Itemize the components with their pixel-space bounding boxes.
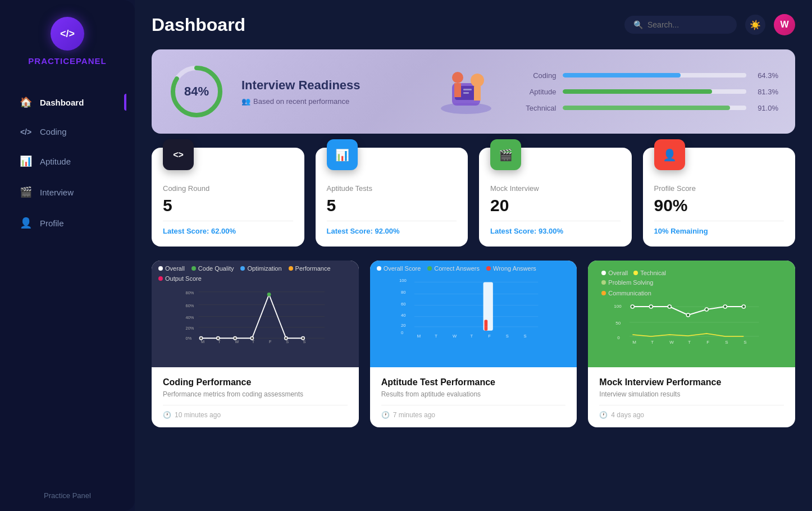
svg-point-70 [668, 305, 672, 308]
svg-text:T: T [688, 340, 691, 345]
aptitude-icon-box: 📊 [327, 139, 358, 170]
profile-icon-box: 👤 [654, 139, 685, 170]
sidebar-item-coding[interactable]: </> Coding [8, 119, 126, 144]
svg-text:100: 100 [399, 278, 407, 283]
aptitude-chart-title: Aptitude Test Performance [381, 377, 566, 387]
clock-icon: 🕐 [599, 411, 608, 419]
svg-text:S: S [726, 340, 728, 345]
svg-point-72 [705, 308, 709, 311]
svg-point-33 [285, 337, 288, 340]
coding-legend: Overall Code Quality Optimization Perfor… [152, 261, 359, 284]
svg-text:20%: 20% [186, 326, 194, 331]
svg-text:F: F [707, 340, 710, 345]
legend-dot [601, 291, 606, 295]
circle-progress: 84% [168, 63, 225, 120]
svg-rect-8 [454, 83, 461, 97]
stats-grid: <> Coding Round 5 Latest Score: 62.00% 📊… [152, 148, 795, 247]
interview-chart-title: Mock Interview Performance [599, 377, 784, 387]
svg-text:0: 0 [401, 330, 403, 335]
svg-point-73 [724, 305, 727, 308]
legend-code-quality: Code Quality [191, 265, 234, 272]
bar-label: Aptitude [517, 88, 556, 96]
readiness-percent: 84% [184, 84, 209, 99]
aptitude-chart-desc: Results from aptitude evaluations [381, 390, 566, 398]
stat-card-aptitude: 📊 Aptitude Tests 5 Latest Score: 92.00% [316, 148, 468, 247]
legend-dot [158, 266, 163, 271]
legend-dot [633, 271, 638, 275]
aptitude-chart-svg: 100 80 60 40 20 0 M T W T F S S [370, 274, 577, 339]
legend-dot [486, 266, 491, 271]
sidebar-footer: Practice Panel [44, 491, 91, 500]
legend-optimization: Optimization [240, 265, 281, 272]
svg-text:80%: 80% [186, 290, 194, 295]
legend-overall: Overall [158, 265, 185, 272]
stat-divider [490, 221, 621, 221]
sidebar-item-profile[interactable]: 👤 Profile [8, 209, 126, 237]
sidebar-item-dashboard[interactable]: 🏠 Dashboard [8, 88, 126, 116]
sidebar-item-label: Aptitude [40, 157, 71, 166]
sidebar-item-label: Interview [40, 188, 74, 197]
bar-track [563, 73, 746, 77]
bar-fill [563, 89, 712, 94]
svg-rect-9 [463, 89, 472, 90]
bar-track [563, 106, 746, 110]
aptitude-chart-area: Overall Score Correct Answers Wrong Answ… [370, 261, 577, 367]
sidebar-item-aptitude[interactable]: 📊 Aptitude [8, 147, 126, 175]
legend-dot [289, 266, 293, 271]
clock-icon: 🕐 [381, 411, 390, 419]
bar-value: 81.3% [753, 88, 778, 96]
svg-text:100: 100 [614, 304, 622, 309]
avatar[interactable]: W [774, 14, 795, 35]
svg-point-68 [631, 305, 635, 308]
interview-chart-desc: Interview simulation results [599, 390, 784, 398]
theme-toggle-button[interactable]: ☀️ [745, 15, 765, 35]
interview-icon-box: 🎬 [490, 139, 521, 170]
stat-label: Aptitude Tests [327, 184, 457, 193]
logo-icon: </> [51, 17, 84, 51]
stat-sub: Latest Score: 92.00% [327, 227, 457, 235]
stat-sub: Latest Score: 62.00% [163, 227, 293, 235]
stat-divider [163, 221, 293, 221]
search-input[interactable] [647, 20, 728, 29]
svg-text:S: S [303, 339, 306, 344]
svg-text:S: S [505, 334, 508, 339]
svg-text:0%: 0% [186, 336, 192, 341]
sidebar: </> PRACTICEPANEL 🏠 Dashboard </> Coding… [0, 0, 135, 511]
legend-overall-score: Overall Score [377, 265, 421, 272]
svg-text:0: 0 [618, 335, 621, 340]
stat-value: 5 [327, 196, 457, 215]
sidebar-item-interview[interactable]: 🎬 Interview [8, 178, 126, 206]
legend-overall: Overall [601, 270, 628, 276]
legend-problem-solving: Problem Solving [601, 279, 653, 286]
svg-rect-49 [484, 320, 487, 330]
legend-correct-answers: Correct Answers [427, 265, 480, 272]
svg-text:80: 80 [401, 290, 406, 295]
svg-text:40%: 40% [186, 315, 194, 320]
bar-row-technical: Technical 91.0% [517, 104, 778, 112]
svg-point-74 [742, 305, 746, 308]
page-title: Dashboard [152, 15, 245, 35]
aptitude-performance-card: Overall Score Correct Answers Wrong Answ… [370, 261, 577, 427]
svg-text:T: T [435, 334, 437, 339]
coding-chart-svg: 80% 60% 40% 20% 0% M T W T F [152, 284, 359, 346]
stat-label: Coding Round [163, 184, 293, 193]
aptitude-legend: Overall Score Correct Answers Wrong Answ… [370, 261, 577, 274]
bar-value: 64.3% [753, 71, 778, 80]
interview-chart-svg: 100 50 0 M T W T F S S [588, 301, 795, 346]
legend-dot [240, 266, 245, 271]
coding-performance-card: Overall Code Quality Optimization Perfor… [152, 261, 359, 427]
readiness-illustration [432, 66, 500, 117]
stat-label: Profile Score [654, 184, 784, 193]
readiness-subtitle: 👥 Based on recent performance [241, 97, 416, 106]
search-box[interactable]: 🔍 [624, 16, 737, 34]
legend-dot [158, 276, 163, 281]
svg-text:T: T [218, 339, 221, 344]
readiness-info: Interview Readiness 👥 Based on recent pe… [241, 78, 416, 106]
svg-text:M: M [417, 334, 420, 339]
aptitude-chart-body: Aptitude Test Performance Results from a… [370, 367, 577, 427]
legend-dot [601, 271, 606, 275]
readiness-card: 84% Interview Readiness 👥 Based on recen… [152, 49, 795, 134]
legend-technical: Technical [633, 270, 666, 276]
bar-label: Coding [517, 71, 556, 80]
svg-text:T: T [470, 334, 473, 339]
